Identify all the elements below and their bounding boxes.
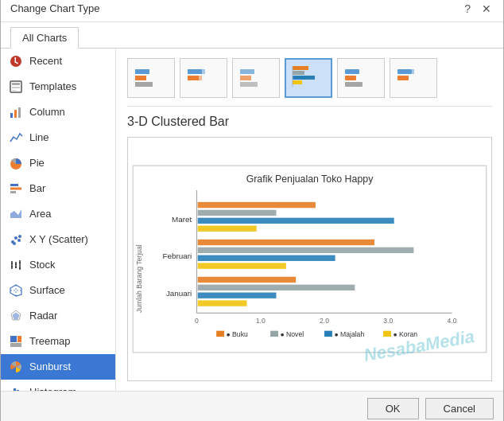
recent-icon [9, 54, 23, 68]
chart-preview: Grafik Penjualan Toko Happy Jumlah Baran… [127, 137, 492, 381]
svg-rect-66 [345, 76, 356, 80]
close-button[interactable]: ✕ [479, 2, 494, 15]
svg-rect-90 [198, 255, 335, 260]
sidebar-item-surface[interactable]: Surface [1, 278, 115, 303]
svg-rect-32 [17, 336, 21, 342]
svg-rect-61 [293, 71, 304, 75]
svg-rect-60 [293, 66, 308, 70]
svg-rect-94 [198, 292, 277, 298]
thumbnail-t5[interactable] [337, 58, 385, 98]
sidebar-item-treemap[interactable]: Treemap [1, 329, 115, 354]
chart-thumbnails [127, 58, 492, 107]
svg-rect-87 [198, 225, 257, 231]
svg-rect-92 [198, 276, 297, 282]
svg-rect-96 [216, 330, 224, 336]
svg-text:● Koran: ● Koran [393, 330, 417, 338]
sidebar-item-stock[interactable]: Stock [1, 252, 115, 278]
sidebar-item-recent[interactable]: Recent [1, 49, 115, 74]
sidebar-label-surface: Surface [29, 284, 65, 296]
svg-rect-6 [18, 107, 21, 118]
sidebar-item-area[interactable]: Area [1, 201, 115, 227]
cancel-button[interactable]: Cancel [425, 398, 494, 419]
sidebar-item-histogram[interactable]: Histogram [1, 380, 115, 391]
svg-rect-9 [10, 187, 21, 189]
thumbnail-t2[interactable] [180, 58, 227, 98]
thumbnail-t4[interactable] [285, 58, 332, 98]
svg-marker-30 [13, 313, 19, 319]
svg-rect-59 [240, 82, 258, 87]
svg-rect-85 [198, 209, 277, 215]
sidebar: RecentTemplatesColumnLinePieBarAreaX Y (… [1, 49, 116, 391]
sidebar-label-line: Line [29, 131, 49, 143]
svg-rect-36 [14, 388, 16, 391]
svg-text:2.0: 2.0 [320, 316, 329, 324]
svg-rect-55 [188, 76, 199, 80]
svg-text:● Majalah: ● Majalah [334, 330, 364, 338]
title-bar-controls: ? ✕ [462, 2, 494, 15]
sidebar-item-radar[interactable]: Radar [1, 303, 115, 329]
sidebar-item-xy[interactable]: X Y (Scatter) [1, 227, 115, 252]
svg-rect-65 [345, 69, 359, 74]
change-chart-type-dialog: Change Chart Type ? ✕ All Charts RecentT… [0, 0, 504, 421]
svg-rect-93 [198, 284, 355, 290]
svg-rect-91 [198, 263, 286, 268]
sidebar-label-pie: Pie [29, 157, 45, 169]
svg-point-13 [14, 236, 17, 240]
svg-text:Maret: Maret [172, 214, 192, 223]
sidebar-item-line[interactable]: Line [1, 125, 115, 150]
sidebar-item-pie[interactable]: Pie [1, 150, 115, 176]
sidebar-label-histogram: Histogram [29, 386, 76, 391]
svg-rect-57 [240, 69, 254, 74]
sunburst-icon [9, 360, 23, 374]
svg-rect-98 [270, 330, 278, 336]
svg-rect-86 [198, 217, 394, 223]
content-area: RecentTemplatesColumnLinePieBarAreaX Y (… [1, 49, 503, 391]
scatter-icon [9, 232, 23, 247]
tab-bar: All Charts [1, 22, 503, 49]
svg-rect-52 [135, 82, 153, 87]
sidebar-label-bar: Bar [29, 182, 45, 194]
svg-rect-33 [10, 343, 21, 347]
bar-icon [9, 181, 23, 196]
sidebar-item-sunburst[interactable]: Sunburst [1, 354, 115, 380]
svg-rect-37 [17, 390, 19, 391]
thumbnail-t3[interactable] [232, 58, 280, 98]
line-icon [9, 131, 23, 145]
thumbnail-t1[interactable] [127, 58, 175, 98]
svg-point-16 [18, 235, 21, 238]
ok-button[interactable]: OK [367, 398, 419, 419]
svg-rect-70 [397, 76, 409, 80]
tab-all-charts[interactable]: All Charts [10, 27, 79, 49]
svg-rect-3 [12, 90, 17, 91]
sidebar-item-templates[interactable]: Templates [1, 74, 115, 99]
thumbnail-t6[interactable] [390, 58, 437, 98]
svg-rect-62 [293, 76, 315, 80]
footer: OK Cancel [1, 391, 503, 422]
help-button[interactable]: ? [462, 2, 473, 15]
svg-rect-63 [293, 80, 302, 84]
stock-icon [9, 258, 23, 272]
svg-rect-2 [12, 87, 20, 88]
svg-rect-84 [198, 201, 316, 207]
svg-marker-26 [10, 285, 21, 296]
svg-rect-31 [10, 336, 17, 342]
svg-point-14 [17, 239, 21, 242]
svg-text:● Buku: ● Buku [227, 330, 248, 338]
dialog-title: Change Chart Type [10, 2, 100, 14]
selected-chart-name: 3-D Clustered Bar [127, 115, 492, 129]
svg-rect-51 [135, 76, 146, 80]
svg-text:Februari: Februari [163, 251, 192, 260]
sidebar-item-bar[interactable]: Bar [1, 176, 115, 201]
svg-rect-4 [10, 113, 13, 118]
svg-rect-10 [10, 191, 16, 193]
main-panel: 3-D Clustered Bar Grafik Penjualan Toko … [116, 49, 503, 391]
area-icon [9, 207, 23, 221]
svg-rect-67 [345, 82, 362, 87]
sidebar-item-column[interactable]: Column [1, 99, 115, 125]
title-bar: Change Chart Type ? ✕ [1, 0, 503, 22]
histogram-icon [9, 385, 23, 391]
svg-rect-100 [324, 330, 332, 336]
svg-rect-56 [199, 76, 202, 80]
treemap-icon [9, 334, 23, 349]
svg-text:Grafik Penjualan Toko Happy: Grafik Penjualan Toko Happy [246, 173, 374, 185]
